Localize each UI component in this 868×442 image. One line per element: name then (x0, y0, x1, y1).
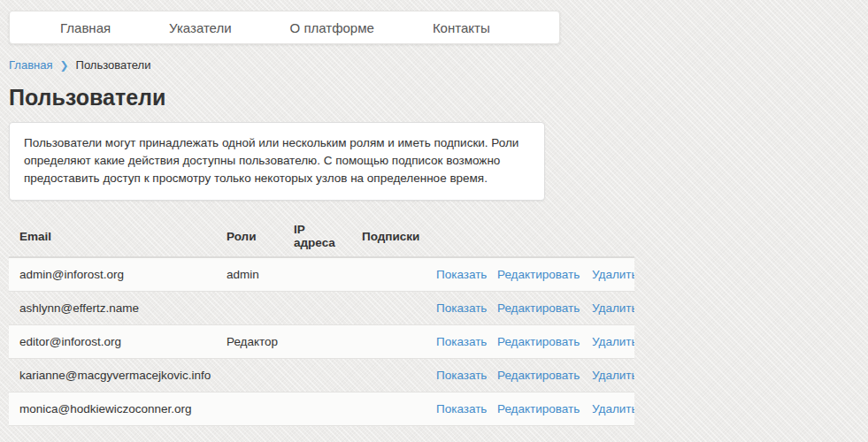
column-header-ip: IP адреса (283, 216, 351, 257)
nav-item-home[interactable]: Главная (60, 20, 111, 35)
nav-item-about[interactable]: О платформе (290, 20, 374, 35)
cell-subscriptions (351, 257, 426, 292)
cell-ip (283, 292, 351, 325)
table-row: admin@inforost.org admin Показать Редакт… (9, 257, 634, 292)
cell-subscriptions (351, 325, 426, 359)
table-row: monica@hodkiewiczoconner.org Показать Ре… (9, 392, 634, 426)
column-header-email: Email (9, 216, 216, 257)
edit-link[interactable]: Редактировать (497, 369, 580, 382)
cell-roles: admin (216, 257, 283, 292)
cell-subscriptions (351, 292, 426, 325)
cell-ip (283, 325, 351, 359)
nav-item-contacts[interactable]: Контакты (433, 20, 490, 35)
show-link[interactable]: Показать (436, 301, 487, 315)
column-header-roles: Роли (216, 216, 283, 257)
cell-email: karianne@macgyvermacejkovic.info (9, 359, 216, 392)
page-container: Главная Указатели О платформе Контакты Г… (0, 0, 868, 442)
cell-email: monica@hodkiewiczoconner.org (9, 392, 216, 426)
breadcrumb-home-link[interactable]: Главная (9, 58, 52, 72)
edit-link[interactable]: Редактировать (497, 268, 580, 281)
cell-email: ashlynn@effertz.name (9, 292, 216, 325)
edit-link[interactable]: Редактировать (497, 335, 580, 348)
breadcrumb: Главная ❯ Пользователи (9, 58, 859, 72)
info-panel: Пользователи могут принадлежать одной ил… (9, 122, 545, 201)
edit-link[interactable]: Редактировать (497, 402, 580, 415)
cell-email: editor@inforost.org (9, 325, 216, 359)
top-navbar: Главная Указатели О платформе Контакты (9, 11, 560, 44)
cell-roles: Редактор (216, 325, 283, 359)
cell-roles (216, 292, 283, 325)
table-row: editor@inforost.org Редактор Показать Ре… (9, 325, 634, 359)
show-link[interactable]: Показать (436, 335, 487, 348)
delete-link[interactable]: Удалить (592, 301, 634, 315)
show-link[interactable]: Показать (436, 402, 487, 415)
cell-subscriptions (351, 359, 426, 392)
nav-item-indexes[interactable]: Указатели (169, 20, 232, 35)
breadcrumb-current: Пользователи (76, 58, 151, 72)
cell-ip (283, 392, 351, 426)
table-row: ashlynn@effertz.name Показать Редактиров… (9, 292, 634, 325)
cell-ip (283, 359, 351, 392)
delete-link[interactable]: Удалить (592, 402, 634, 415)
users-table: Email Роли IP адреса Подписки admin@info… (9, 216, 634, 426)
cell-roles (216, 359, 283, 392)
edit-link[interactable]: Редактировать (497, 301, 580, 315)
cell-roles (216, 392, 283, 426)
show-link[interactable]: Показать (436, 369, 487, 382)
show-link[interactable]: Показать (436, 268, 487, 281)
column-header-subscriptions: Подписки (351, 216, 426, 257)
delete-link[interactable]: Удалить (592, 268, 634, 281)
cell-email: admin@inforost.org (9, 257, 216, 292)
delete-link[interactable]: Удалить (592, 335, 634, 348)
page-title: Пользователи (9, 85, 859, 110)
info-text: Пользователи могут принадлежать одной ил… (24, 136, 518, 185)
table-row: karianne@macgyvermacejkovic.info Показат… (9, 359, 634, 392)
chevron-right-icon: ❯ (59, 59, 68, 72)
delete-link[interactable]: Удалить (592, 369, 634, 382)
cell-subscriptions (351, 392, 426, 426)
cell-ip (283, 257, 351, 292)
table-header-row: Email Роли IP адреса Подписки (9, 216, 634, 257)
